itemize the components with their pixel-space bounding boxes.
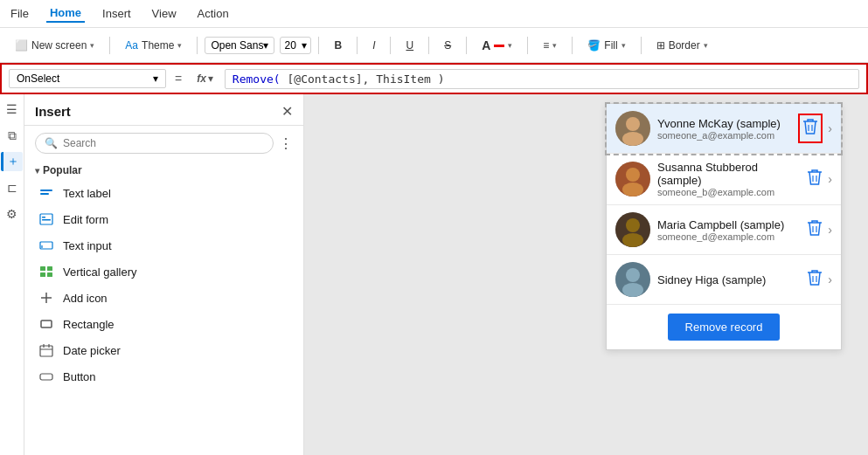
svg-rect-3 <box>42 217 45 218</box>
layers-icon[interactable]: ⧉ <box>3 126 22 145</box>
text-label-icon <box>38 185 54 201</box>
svg-point-35 <box>626 268 640 282</box>
contact-row-1[interactable]: Yvonne McKay (sample) someone_a@example.… <box>607 104 841 154</box>
add-item-icon <box>38 290 54 306</box>
fx-button[interactable]: fx ▾ <box>191 70 219 87</box>
button-icon <box>38 369 54 384</box>
formula-params: [@Contacts], ThisItem ) <box>281 72 445 86</box>
fx-chevron: ▾ <box>208 72 213 85</box>
border-button[interactable]: ⊞ Border ▾ <box>649 36 716 55</box>
canvas-area[interactable]: Yvonne McKay (sample) someone_a@example.… <box>304 94 868 455</box>
underline-button[interactable]: U <box>398 36 421 55</box>
insert-search-box[interactable]: 🔍 <box>35 133 274 154</box>
toolbar-sep-4 <box>357 37 358 54</box>
theme-button[interactable]: Aa Theme ▾ <box>117 36 190 55</box>
contact-actions-4: › <box>807 269 832 290</box>
svg-rect-13 <box>41 321 52 327</box>
toolbar: ⬜ New screen ▾ Aa Theme ▾ Open Sans ▾ 20… <box>0 28 868 63</box>
font-selector[interactable]: Open Sans ▾ <box>205 37 274 54</box>
svg-rect-7 <box>40 266 45 271</box>
avatar-2 <box>615 162 650 196</box>
close-icon[interactable]: ✕ <box>281 103 293 120</box>
chevron-right-icon-2[interactable]: › <box>828 172 832 186</box>
contact-row-2[interactable]: Susanna Stubberod (sample) someone_b@exa… <box>607 154 841 205</box>
formula-bar: OnSelect ▾ = fx ▾ Remove( [@Contacts], T… <box>0 63 868 94</box>
trash-button-2[interactable] <box>807 169 823 190</box>
avatar-3 <box>615 212 650 247</box>
font-size-selector[interactable]: 20 ▾ <box>280 37 311 54</box>
menu-file[interactable]: File <box>7 5 32 22</box>
list-item[interactable]: Text label <box>24 180 303 206</box>
svg-rect-10 <box>47 272 52 277</box>
list-item[interactable]: Add icon <box>24 285 303 311</box>
menu-home[interactable]: Home <box>46 4 85 23</box>
svg-point-31 <box>622 233 643 247</box>
toolbar-sep-10 <box>641 37 642 54</box>
text-input-icon <box>38 238 54 253</box>
italic-button[interactable]: I <box>365 36 383 55</box>
new-screen-button[interactable]: ⬜ New screen ▾ <box>7 36 102 55</box>
chevron-right-icon-3[interactable]: › <box>828 223 832 237</box>
contact-info-2: Susanna Stubberod (sample) someone_b@exa… <box>657 161 800 197</box>
font-size-chevron: ▾ <box>302 39 307 52</box>
insert-panel: Insert ✕ 🔍 ⋮ ▾ Popular Text label Edit f <box>24 94 304 455</box>
contact-email-1: someone_a@example.com <box>657 130 791 141</box>
font-color-chevron: ▾ <box>508 41 512 50</box>
bold-button[interactable]: B <box>326 36 350 55</box>
menu-insert[interactable]: Insert <box>99 5 135 22</box>
chevron-right-icon-4[interactable]: › <box>828 272 832 286</box>
theme-chevron: ▾ <box>177 41 182 50</box>
svg-rect-4 <box>42 219 51 221</box>
trash-button-3[interactable] <box>807 219 823 240</box>
svg-point-30 <box>626 218 640 232</box>
strikethrough-button[interactable]: S <box>436 36 459 55</box>
toolbar-sep-9 <box>572 37 573 54</box>
toolbar-sep-8 <box>527 37 528 54</box>
contact-info-4: Sidney Higa (sample) <box>657 273 800 286</box>
menu-action[interactable]: Action <box>194 5 233 22</box>
svg-point-25 <box>626 168 640 182</box>
list-item[interactable]: Edit form <box>24 206 303 232</box>
remove-record-button[interactable]: Remove record <box>668 314 781 341</box>
svg-rect-14 <box>40 346 52 356</box>
svg-point-36 <box>622 283 643 297</box>
fill-button[interactable]: 🪣 Fill ▾ <box>580 36 633 55</box>
new-screen-chevron: ▾ <box>90 41 94 50</box>
border-chevron: ▾ <box>704 41 708 50</box>
contact-actions-2: › <box>807 169 832 190</box>
font-color-button[interactable]: A ▾ <box>474 35 520 56</box>
svg-rect-8 <box>47 266 52 271</box>
date-picker-icon <box>38 342 54 358</box>
contact-row-3[interactable]: Maria Campbell (sample) someone_d@exampl… <box>607 205 841 255</box>
search-input[interactable] <box>63 137 264 149</box>
formula-selector[interactable]: OnSelect ▾ <box>9 69 166 88</box>
align-button[interactable]: ≡ ▾ <box>535 36 565 55</box>
avatar-1 <box>615 111 650 146</box>
edit-form-icon <box>38 211 54 227</box>
trash-button-4[interactable] <box>807 269 823 290</box>
list-item[interactable]: Vertical gallery <box>24 259 303 285</box>
list-item[interactable]: Rectangle <box>24 311 303 337</box>
contact-email-2: someone_b@example.com <box>657 187 800 197</box>
list-item[interactable]: Text input <box>24 232 303 259</box>
cylinder-icon[interactable]: ⊏ <box>3 178 22 197</box>
hamburger-icon[interactable]: ☰ <box>3 100 22 119</box>
add-icon[interactable]: ＋ <box>1 152 23 171</box>
contact-email-3: someone_d@example.com <box>657 231 800 242</box>
formula-content[interactable]: Remove( [@Contacts], ThisItem ) <box>225 69 859 89</box>
contact-row-4[interactable]: Sidney Higa (sample) › <box>607 255 841 305</box>
list-item[interactable]: Date picker <box>24 337 303 363</box>
more-options-icon[interactable]: ⋮ <box>279 135 293 152</box>
insert-search-row: 🔍 ⋮ <box>24 126 303 161</box>
chevron-right-icon-1[interactable]: › <box>828 121 832 135</box>
svg-rect-9 <box>40 272 45 277</box>
formula-selector-chevron: ▾ <box>153 72 158 85</box>
contact-name-2: Susanna Stubberod (sample) <box>657 161 800 187</box>
equals-sign: = <box>175 72 182 86</box>
list-item[interactable]: Button <box>24 363 303 390</box>
menu-view[interactable]: View <box>149 5 180 22</box>
settings-icon[interactable]: ⚙ <box>3 204 22 224</box>
gallery-icon <box>38 264 54 279</box>
trash-button-1[interactable] <box>798 114 823 143</box>
formula-keyword: Remove( <box>233 72 281 86</box>
